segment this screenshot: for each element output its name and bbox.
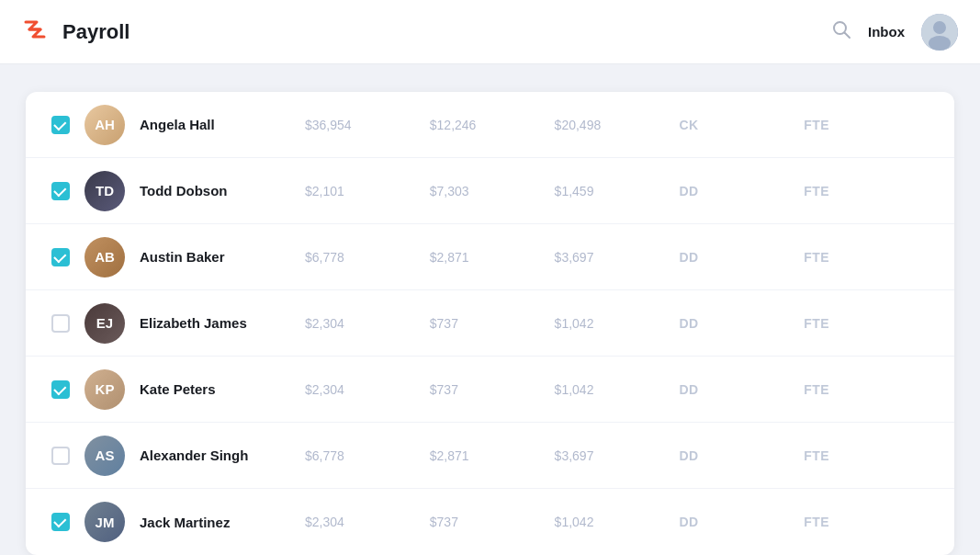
salary-col3: $3,697 <box>555 250 680 265</box>
header-right: Inbox <box>831 14 958 51</box>
table-row: JM Jack Martinez $2,304 $737 $1,042 DD F… <box>26 489 954 555</box>
table-row: AS Alexander Singh $6,778 $2,871 $3,697 … <box>26 423 954 489</box>
salary-col1: $2,304 <box>305 515 430 529</box>
avatar: KP <box>84 369 125 410</box>
payment-type: DD <box>679 448 804 463</box>
employee-name: Kate Peters <box>140 381 305 397</box>
payment-type: DD <box>679 316 804 331</box>
svg-point-3 <box>929 36 951 51</box>
salary-col1: $2,304 <box>305 316 430 331</box>
employee-name: Alexander Singh <box>140 447 305 463</box>
employee-type: FTE <box>804 515 929 529</box>
salary-col1: $2,304 <box>305 382 430 397</box>
table-row: TD Todd Dobson $2,101 $7,303 $1,459 DD F… <box>26 158 954 224</box>
salary-col3: $3,697 <box>555 448 680 463</box>
avatar: JM <box>84 502 125 542</box>
employee-type: FTE <box>804 118 929 132</box>
salary-col2: $2,871 <box>430 448 555 463</box>
table-row: AH Angela Hall $36,954 $12,246 $20,498 C… <box>26 92 954 158</box>
salary-col3: $1,042 <box>555 515 680 529</box>
employee-checkbox[interactable] <box>51 116 70 134</box>
employee-name: Austin Baker <box>140 249 305 265</box>
salary-col3: $1,042 <box>555 316 680 331</box>
checkbox-wrap <box>51 513 84 531</box>
avatar: TD <box>84 171 125 211</box>
checkbox-wrap <box>51 248 84 266</box>
employee-checkbox[interactable] <box>51 248 70 266</box>
employee-checkbox[interactable] <box>51 182 70 200</box>
salary-col2: $12,246 <box>430 118 555 132</box>
svg-point-2 <box>933 21 946 34</box>
employee-name: Elizabeth James <box>140 315 305 331</box>
salary-col3: $1,042 <box>555 382 680 397</box>
employee-checkbox[interactable] <box>51 447 70 465</box>
salary-col3: $1,459 <box>555 184 680 198</box>
employee-checkbox[interactable] <box>51 314 70 333</box>
avatar: AH <box>84 105 125 145</box>
checkbox-wrap <box>51 380 84 399</box>
employee-type: FTE <box>804 448 929 463</box>
main-content: AH Angela Hall $36,954 $12,246 $20,498 C… <box>0 64 980 555</box>
header: Payroll Inbox <box>0 0 980 64</box>
salary-col2: $737 <box>430 515 555 529</box>
checkbox-wrap <box>51 116 84 134</box>
salary-col1: $36,954 <box>305 118 430 132</box>
employee-name: Todd Dobson <box>140 183 305 198</box>
payment-type: DD <box>679 515 804 529</box>
salary-col2: $737 <box>430 382 555 397</box>
employee-type: FTE <box>804 316 929 331</box>
header-left: Payroll <box>22 15 130 49</box>
table-row: AB Austin Baker $6,778 $2,871 $3,697 DD … <box>26 224 954 290</box>
salary-col1: $6,778 <box>305 250 430 265</box>
payment-type: DD <box>679 184 804 198</box>
salary-col2: $7,303 <box>430 184 555 198</box>
employee-type: FTE <box>804 250 929 265</box>
avatar: AB <box>84 237 125 278</box>
inbox-link[interactable]: Inbox <box>868 24 905 40</box>
payment-type: DD <box>679 382 804 397</box>
app-logo-icon <box>22 15 51 49</box>
table-row: KP Kate Peters $2,304 $737 $1,042 DD FTE <box>26 357 954 423</box>
employee-checkbox[interactable] <box>51 380 70 399</box>
salary-col1: $2,101 <box>305 184 430 198</box>
checkbox-wrap <box>51 447 84 465</box>
page-title: Payroll <box>62 20 130 44</box>
salary-col3: $20,498 <box>555 118 680 132</box>
employee-name: Angela Hall <box>140 117 305 132</box>
checkbox-wrap <box>51 182 84 200</box>
search-icon[interactable] <box>831 19 851 44</box>
user-avatar[interactable] <box>921 14 958 51</box>
payment-type: DD <box>679 250 804 265</box>
salary-col2: $737 <box>430 316 555 331</box>
employee-type: FTE <box>804 184 929 198</box>
salary-col1: $6,778 <box>305 448 430 463</box>
employee-checkbox[interactable] <box>51 513 70 531</box>
table-row: EJ Elizabeth James $2,304 $737 $1,042 DD… <box>26 290 954 357</box>
salary-col2: $2,871 <box>430 250 555 265</box>
employee-type: FTE <box>804 382 929 397</box>
avatar: AS <box>84 436 125 476</box>
employee-name: Jack Martinez <box>140 515 305 530</box>
avatar: EJ <box>84 303 125 344</box>
checkbox-wrap <box>51 314 84 333</box>
employee-card: AH Angela Hall $36,954 $12,246 $20,498 C… <box>26 92 954 555</box>
payment-type: CK <box>679 118 804 132</box>
